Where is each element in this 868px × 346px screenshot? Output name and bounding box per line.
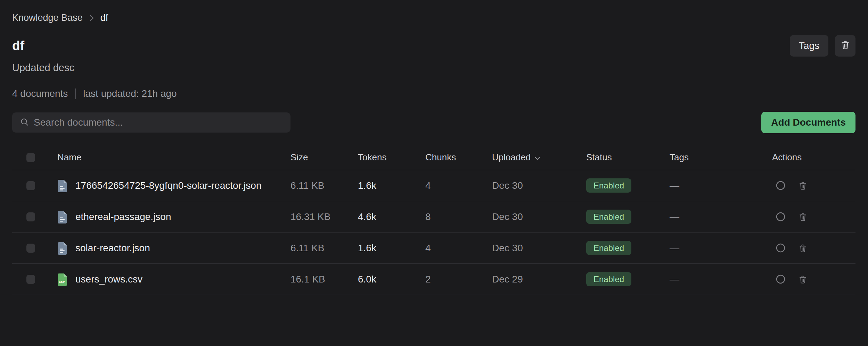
json-file-icon (57, 242, 67, 255)
json-file-icon (57, 179, 67, 193)
column-header-chunks[interactable]: Chunks (425, 152, 492, 163)
document-uploaded: Dec 30 (492, 243, 586, 254)
title-actions: Tags (790, 35, 855, 57)
document-size: 6.11 KB (290, 243, 358, 254)
trash-icon (841, 40, 850, 52)
kb-meta: 4 documents last updated: 21h ago (12, 88, 855, 99)
status-circle-icon[interactable] (776, 243, 785, 253)
last-updated: last updated: 21h ago (83, 88, 177, 99)
delete-document-icon[interactable] (799, 244, 807, 253)
knowledge-base-detail-page: Knowledge Base df df Tags Updated desc 4… (0, 12, 868, 295)
meta-divider (75, 88, 76, 99)
row-checkbox[interactable] (26, 275, 35, 284)
status-circle-icon[interactable] (776, 275, 785, 284)
breadcrumb-current: df (100, 12, 108, 23)
table-header-row: Name Size Tokens Chunks Uploaded Status … (12, 145, 855, 170)
kb-description: Updated desc (12, 62, 855, 74)
document-chunks: 4 (425, 180, 492, 191)
search-box[interactable] (12, 112, 290, 133)
search-icon (20, 118, 29, 128)
documents-table: Name Size Tokens Chunks Uploaded Status … (12, 145, 855, 295)
document-tags: — (670, 211, 772, 222)
document-tags: — (670, 180, 772, 191)
document-uploaded: Dec 30 (492, 180, 586, 191)
document-uploaded: Dec 29 (492, 274, 586, 285)
document-name: 1766542654725-8ygfqn0-solar-reactor.json (75, 180, 262, 191)
svg-text:csv: csv (59, 279, 65, 284)
document-tokens: 1.6k (358, 243, 425, 254)
tags-button[interactable]: Tags (790, 35, 828, 57)
document-chunks: 8 (425, 211, 492, 222)
row-checkbox[interactable] (26, 181, 35, 190)
document-chunks: 4 (425, 243, 492, 254)
document-size: 16.31 KB (290, 211, 358, 222)
select-all-checkbox[interactable] (26, 153, 35, 162)
row-checkbox[interactable] (26, 212, 35, 221)
delete-knowledge-base-button[interactable] (835, 35, 855, 57)
table-row[interactable]: csv 1766542654725-8ygfqn0-solar-reactor.… (12, 170, 855, 201)
document-tokens: 6.0k (358, 274, 425, 285)
table-body: csv 1766542654725-8ygfqn0-solar-reactor.… (12, 170, 855, 295)
document-tags: — (670, 243, 772, 254)
status-badge: Enabled (586, 241, 631, 255)
document-tokens: 1.6k (358, 180, 425, 191)
json-file-icon (57, 211, 67, 224)
table-row[interactable]: csv solar-reactor.json 6.11 KB 1.6k 4 De… (12, 233, 855, 264)
document-chunks: 2 (425, 274, 492, 285)
breadcrumb: Knowledge Base df (12, 12, 855, 23)
chevron-right-icon (89, 14, 94, 22)
chevron-down-icon (534, 152, 540, 163)
column-header-size[interactable]: Size (290, 152, 358, 163)
column-header-tokens[interactable]: Tokens (358, 152, 425, 163)
column-header-status[interactable]: Status (586, 152, 670, 163)
status-badge: Enabled (586, 210, 631, 224)
row-checkbox[interactable] (26, 244, 35, 253)
document-name: ethereal-passage.json (75, 211, 171, 222)
column-header-tags[interactable]: Tags (670, 152, 772, 163)
document-name: users_rows.csv (75, 274, 142, 285)
uploaded-label: Uploaded (492, 152, 531, 163)
document-tokens: 4.6k (358, 211, 425, 222)
status-badge: Enabled (586, 178, 631, 193)
status-circle-icon[interactable] (776, 181, 785, 190)
status-badge: Enabled (586, 272, 631, 286)
column-header-uploaded[interactable]: Uploaded (492, 152, 586, 163)
document-uploaded: Dec 30 (492, 211, 586, 222)
delete-document-icon[interactable] (799, 275, 807, 284)
csv-file-icon: csv (57, 273, 67, 286)
search-documents-input[interactable] (34, 112, 290, 133)
status-circle-icon[interactable] (776, 212, 785, 221)
delete-document-icon[interactable] (799, 181, 807, 190)
document-size: 6.11 KB (290, 180, 358, 191)
add-documents-button[interactable]: Add Documents (761, 112, 855, 133)
title-row: df Tags (12, 35, 855, 57)
document-name: solar-reactor.json (75, 243, 150, 254)
column-header-name[interactable]: Name (57, 152, 290, 163)
column-header-actions: Actions (772, 152, 855, 163)
document-count: 4 documents (12, 88, 68, 99)
delete-document-icon[interactable] (799, 212, 807, 221)
documents-toolbar: Add Documents (12, 112, 855, 133)
page-title: df (12, 39, 24, 53)
table-row[interactable]: csv ethereal-passage.json 16.31 KB 4.6k … (12, 201, 855, 233)
document-size: 16.1 KB (290, 274, 358, 285)
table-row[interactable]: csv users_rows.csv 16.1 KB 6.0k 2 Dec 29… (12, 264, 855, 295)
breadcrumb-knowledge-base-link[interactable]: Knowledge Base (12, 12, 83, 23)
document-tags: — (670, 274, 772, 285)
